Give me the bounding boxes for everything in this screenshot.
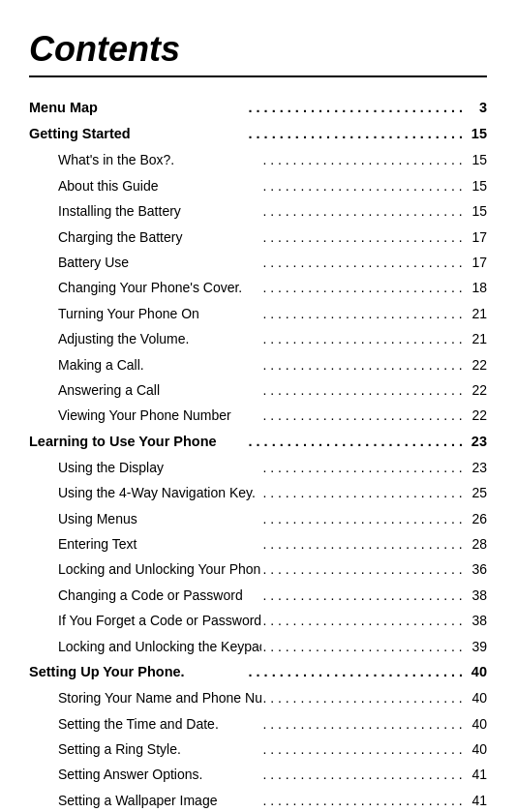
- toc-entry: Making a Call. . . . . . . . . . . . . .…: [29, 354, 487, 377]
- toc-label: What's in the Box?.: [58, 149, 261, 170]
- toc-page: 15: [468, 123, 487, 145]
- toc-dots: . . . . . . . . . . . . . . . . . . . . …: [263, 379, 467, 403]
- toc-label: Menu Map: [29, 97, 247, 119]
- toc-entry: Changing a Code or Password . . . . . . …: [29, 585, 487, 608]
- toc-page: 21: [468, 303, 487, 324]
- toc-entry: Menu Map . . . . . . . . . . . . . . . .…: [29, 97, 487, 121]
- toc-label: Using the Display: [58, 457, 261, 478]
- toc-label: Getting Started: [29, 123, 247, 145]
- toc-dots: . . . . . . . . . . . . . . . . . . . . …: [263, 175, 467, 198]
- toc-page: 40: [468, 738, 487, 760]
- toc-entry: Turning Your Phone On . . . . . . . . . …: [29, 303, 487, 326]
- toc-dots: . . . . . . . . . . . . . . . . . . . . …: [263, 226, 467, 250]
- toc-dots: . . . . . . . . . . . . . . . . . . . . …: [263, 252, 467, 275]
- toc-entry: Setting the Time and Date. . . . . . . .…: [29, 713, 487, 737]
- toc-dots: . . . . . . . . . . . . . . . . . . . . …: [263, 533, 467, 556]
- toc-dots: . . . . . . . . . . . . . . . . . . . . …: [263, 585, 467, 608]
- toc-label: Setting the Time and Date.: [58, 713, 261, 735]
- toc-label: Adjusting the Volume.: [58, 328, 261, 349]
- toc-entry: Installing the Battery . . . . . . . . .…: [29, 200, 487, 224]
- toc-entry: Storing Your Name and Phone Number . . .…: [29, 687, 487, 710]
- toc-dots: . . . . . . . . . . . . . . . . . . . . …: [263, 687, 467, 710]
- toc-label: Learning to Use Your Phone: [29, 431, 247, 453]
- toc-dots: . . . . . . . . . . . . . . . . . . . . …: [263, 354, 467, 377]
- toc-dots: . . . . . . . . . . . . . . . . . . . . …: [263, 738, 467, 762]
- toc-entry: Setting a Wallpaper Image . . . . . . . …: [29, 790, 487, 812]
- toc-entry: Using Menus . . . . . . . . . . . . . . …: [29, 508, 487, 531]
- toc-label: Locking and Unlocking the Keypad: [58, 636, 261, 657]
- toc-label: Viewing Your Phone Number: [58, 405, 261, 426]
- toc-label: Using Menus: [58, 508, 261, 529]
- toc-page: 15: [468, 175, 487, 196]
- toc-page: 40: [468, 687, 487, 708]
- toc-label: Making a Call.: [58, 354, 261, 376]
- toc-label: Using the 4-Way Navigation Key.: [58, 482, 261, 503]
- toc-page: 23: [468, 457, 487, 478]
- toc-entry: What's in the Box?. . . . . . . . . . . …: [29, 149, 487, 172]
- toc-entry: Charging the Battery . . . . . . . . . .…: [29, 226, 487, 250]
- toc-page: 38: [468, 610, 487, 631]
- toc-page: 22: [468, 354, 487, 376]
- toc-entry: Setting a Ring Style. . . . . . . . . . …: [29, 738, 487, 762]
- toc-label: About this Guide: [58, 175, 261, 196]
- toc-dots: . . . . . . . . . . . . . . . . . . . . …: [263, 482, 467, 505]
- toc-entry: Setting Answer Options. . . . . . . . . …: [29, 764, 487, 787]
- toc-dots: . . . . . . . . . . . . . . . . . . . . …: [263, 405, 467, 428]
- toc-label: Setting a Ring Style.: [58, 738, 261, 760]
- toc-entry: About this Guide . . . . . . . . . . . .…: [29, 175, 487, 198]
- title-divider: [29, 75, 487, 77]
- toc-entry: Viewing Your Phone Number . . . . . . . …: [29, 405, 487, 428]
- toc-dots: . . . . . . . . . . . . . . . . . . . . …: [263, 636, 467, 659]
- toc-dots: . . . . . . . . . . . . . . . . . . . . …: [263, 713, 467, 737]
- toc-entry: Entering Text . . . . . . . . . . . . . …: [29, 533, 487, 556]
- toc-page: 21: [468, 328, 487, 349]
- toc-label: Changing Your Phone's Cover.: [58, 277, 261, 298]
- toc-dots: . . . . . . . . . . . . . . . . . . . . …: [263, 277, 467, 300]
- toc-page: 22: [468, 379, 487, 401]
- toc-dots: . . . . . . . . . . . . . . . . . . . . …: [263, 764, 467, 787]
- toc-page: 15: [468, 149, 487, 170]
- toc-page: 22: [468, 405, 487, 426]
- toc-page: 23: [468, 431, 487, 453]
- toc-page: 40: [468, 661, 487, 683]
- toc-label: Setting Answer Options.: [58, 764, 261, 785]
- toc-label: If You Forget a Code or Password.: [58, 610, 261, 631]
- toc-dots: . . . . . . . . . . . . . . . . . . . . …: [249, 431, 467, 455]
- toc-page: 17: [468, 252, 487, 273]
- toc-entry: Setting Up Your Phone. . . . . . . . . .…: [29, 661, 487, 685]
- toc-label: Turning Your Phone On: [58, 303, 261, 324]
- toc-dots: . . . . . . . . . . . . . . . . . . . . …: [263, 558, 467, 582]
- toc-dots: . . . . . . . . . . . . . . . . . . . . …: [263, 149, 467, 172]
- toc-label: Entering Text: [58, 533, 261, 555]
- toc-page: 3: [468, 97, 487, 119]
- toc-dots: . . . . . . . . . . . . . . . . . . . . …: [263, 457, 467, 480]
- toc-page: 41: [468, 764, 487, 785]
- toc-label: Setting Up Your Phone.: [29, 661, 247, 683]
- toc-page: 28: [468, 533, 487, 555]
- toc-page: 41: [468, 790, 487, 811]
- toc-page: 25: [468, 482, 487, 503]
- toc-entry: Learning to Use Your Phone . . . . . . .…: [29, 431, 487, 455]
- toc-page: 15: [468, 200, 487, 222]
- toc-entry: Changing Your Phone's Cover. . . . . . .…: [29, 277, 487, 300]
- toc-entry: If You Forget a Code or Password. . . . …: [29, 610, 487, 633]
- toc-label: Setting a Wallpaper Image: [58, 790, 261, 811]
- page-title: Contents: [29, 29, 487, 70]
- toc-label: Battery Use: [58, 252, 261, 273]
- toc-page: 38: [468, 585, 487, 606]
- toc-page: 40: [468, 713, 487, 735]
- toc-entry: Locking and Unlocking Your Phone. . . . …: [29, 558, 487, 582]
- toc-label: Locking and Unlocking Your Phone.: [58, 558, 261, 580]
- toc-dots: . . . . . . . . . . . . . . . . . . . . …: [263, 200, 467, 224]
- toc-container: Menu Map . . . . . . . . . . . . . . . .…: [29, 97, 487, 812]
- toc-page: 18: [468, 277, 487, 298]
- toc-entry: Answering a Call . . . . . . . . . . . .…: [29, 379, 487, 403]
- toc-dots: . . . . . . . . . . . . . . . . . . . . …: [263, 508, 467, 531]
- toc-dots: . . . . . . . . . . . . . . . . . . . . …: [249, 661, 467, 685]
- toc-entry: Adjusting the Volume. . . . . . . . . . …: [29, 328, 487, 351]
- toc-label: Charging the Battery: [58, 226, 261, 248]
- toc-page: 17: [468, 226, 487, 248]
- toc-dots: . . . . . . . . . . . . . . . . . . . . …: [263, 790, 467, 812]
- toc-label: Installing the Battery: [58, 200, 261, 222]
- toc-dots: . . . . . . . . . . . . . . . . . . . . …: [249, 123, 467, 147]
